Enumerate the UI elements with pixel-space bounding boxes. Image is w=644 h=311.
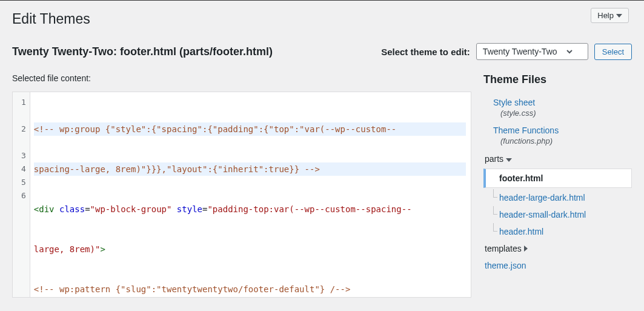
file-functions-sub: (functions.php) [483, 136, 632, 150]
line-gutter: 1 2 3 4 5 6 [13, 92, 30, 297]
folder-templates[interactable]: templates [483, 240, 632, 257]
code-area[interactable]: <!-- wp:group {"style":{"spacing":{"padd… [30, 92, 471, 297]
chevron-down-icon [616, 14, 622, 18]
chevron-right-icon [524, 246, 528, 252]
chevron-down-icon [566, 48, 573, 55]
file-stylesheet-sub: (style.css) [483, 109, 632, 122]
theme-select[interactable]: Twenty Twenty-Two [476, 43, 588, 60]
code-line: <!-- wp:pattern {"slug":"twentytwentytwo… [34, 283, 466, 296]
theme-files-title: Theme Files [483, 73, 632, 86]
file-header[interactable]: header.html [483, 223, 632, 240]
help-button[interactable]: Help [591, 8, 629, 23]
code-line: <div class="wp-block-group" style="paddi… [34, 202, 466, 216]
select-button[interactable]: Select [594, 44, 632, 60]
theme-select-value: Twenty Twenty-Two [483, 47, 557, 56]
code-line: spacing--large, 8rem)"}}},"layout":{"inh… [34, 162, 466, 176]
file-theme-json[interactable]: theme.json [483, 257, 632, 274]
file-footer-html[interactable]: footer.html [483, 169, 632, 188]
code-editor[interactable]: 1 2 3 4 5 6 <!-- wp:group {"style":{"spa… [12, 92, 471, 298]
help-label: Help [597, 11, 614, 20]
code-line: <!-- wp:group {"style":{"spacing":{"padd… [34, 122, 466, 136]
file-summary: Twenty Twenty-Two: footer.html (parts/fo… [12, 45, 273, 58]
folder-parts[interactable]: parts [483, 150, 632, 167]
page-title: Edit Themes [0, 8, 644, 32]
file-functions[interactable]: Theme Functions [483, 122, 632, 136]
selected-file-label: Selected file content: [12, 73, 471, 83]
file-header-small-dark[interactable]: header-small-dark.html [483, 206, 632, 223]
theme-select-group: Select theme to edit: Twenty Twenty-Two … [381, 43, 632, 60]
file-header-large-dark[interactable]: header-large-dark.html [483, 189, 632, 206]
code-line: large, 8rem)"> [34, 242, 466, 256]
chevron-down-icon [506, 158, 512, 162]
file-stylesheet[interactable]: Style sheet [483, 95, 632, 109]
file-tree: Style sheet (style.css) Theme Functions … [483, 95, 632, 274]
select-theme-label: Select theme to edit: [381, 47, 470, 57]
